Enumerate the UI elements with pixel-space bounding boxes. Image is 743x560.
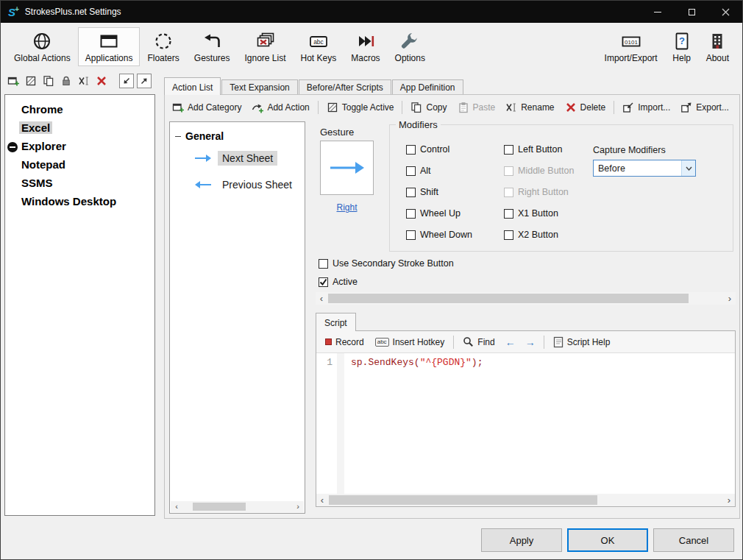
app-item-notepad[interactable]: Notepad <box>5 155 154 174</box>
checkbox-wheel-down[interactable]: Wheel Down <box>406 230 472 240</box>
checkbox-shift[interactable]: Shift <box>406 187 438 197</box>
apply-button[interactable]: Apply <box>481 528 562 552</box>
fold-margin <box>337 353 344 494</box>
toolbar-floaters[interactable]: Floaters <box>140 27 186 66</box>
toolbar-gestures[interactable]: Gestures <box>187 27 238 66</box>
tab-before-after-scripts[interactable]: Before/After Scripts <box>299 79 391 94</box>
toolbar-global-actions[interactable]: Global Actions <box>7 27 78 66</box>
export-apps-button[interactable] <box>137 74 152 88</box>
gesture-section-label: Gesture <box>320 127 354 138</box>
toggle-app-active-button[interactable] <box>24 74 38 88</box>
checkbox-alt[interactable]: Alt <box>406 166 431 176</box>
tree-item-previous-sheet[interactable]: Previous Sheet <box>170 171 305 198</box>
checkbox-box <box>504 145 513 155</box>
toggle-active-button[interactable]: Toggle Active <box>322 99 399 116</box>
cancel-button[interactable]: Cancel <box>653 528 734 552</box>
separator <box>402 101 402 114</box>
rename-app-button[interactable] <box>77 74 91 88</box>
app-item-chrome[interactable]: Chrome <box>5 100 154 118</box>
gesture-name-link[interactable]: Right <box>320 202 374 213</box>
toolbar-help[interactable]: ? Help <box>665 27 699 66</box>
abc-icon: abc <box>375 338 389 347</box>
minimize-button[interactable] <box>641 1 675 23</box>
tree-item-next-sheet[interactable]: Next Sheet <box>170 145 305 171</box>
app-item-ssms[interactable]: SSMS <box>5 174 154 192</box>
checkbox-left-button[interactable]: Left Button <box>504 144 562 155</box>
scrollbar-thumb[interactable] <box>193 503 246 511</box>
tab-script[interactable]: Script <box>316 313 356 331</box>
tab-action-list[interactable]: Action List <box>164 77 221 95</box>
titlebar[interactable]: S+ StrokesPlus.net Settings <box>1 1 742 23</box>
toolbar-ignore-list[interactable]: Ignore List <box>237 27 293 66</box>
toolbar-hot-keys[interactable]: abc Hot Keys <box>294 27 344 66</box>
delete-app-button[interactable] <box>94 74 109 88</box>
code-area[interactable]: sp.SendKeys("^{PGDN}"); <box>344 353 735 494</box>
chevron-down-icon[interactable] <box>681 160 695 176</box>
tab-app-definition[interactable]: App Definition <box>392 79 463 94</box>
app-list-toolbar <box>6 72 152 90</box>
scroll-right-button[interactable]: › <box>723 495 735 506</box>
checkbox-use-secondary-stroke-button[interactable]: Use Secondary Stroke Button <box>319 258 454 269</box>
app-icon[interactable]: S+ <box>8 6 19 18</box>
add-app-button[interactable] <box>6 74 21 88</box>
scrollbar-track[interactable] <box>328 494 723 506</box>
export-button[interactable]: Export... <box>676 99 733 116</box>
scroll-left-button[interactable]: ‹ <box>171 501 182 512</box>
scroll-left-button[interactable]: ‹ <box>316 495 328 506</box>
ok-button[interactable]: OK <box>567 528 648 552</box>
record-button[interactable]: Record <box>321 335 369 350</box>
copy-button[interactable]: Copy <box>406 99 451 116</box>
lock-app-button[interactable] <box>59 74 74 88</box>
find-button[interactable]: Find <box>458 334 499 350</box>
maximize-button[interactable] <box>675 1 708 23</box>
app-item-windows-desktop[interactable]: Windows Desktop <box>5 192 154 210</box>
tree-collapse-icon[interactable] <box>175 136 181 137</box>
options-scrollbar[interactable]: ‹ › <box>316 292 736 305</box>
checkbox-control[interactable]: Control <box>406 144 449 155</box>
copy-app-button[interactable] <box>41 74 56 88</box>
rename-button[interactable]: Rename <box>501 99 558 116</box>
find-next-button[interactable]: → <box>522 336 539 349</box>
gesture-preview[interactable] <box>320 141 374 195</box>
app-item-excel[interactable]: Excel <box>5 118 154 137</box>
delete-button[interactable]: Delete <box>561 99 611 116</box>
tree-category-row[interactable]: General <box>170 122 305 145</box>
scroll-left-button[interactable]: ‹ <box>316 293 327 304</box>
close-button[interactable] <box>708 1 742 23</box>
add-category-button[interactable]: Add Category <box>168 99 246 116</box>
insert-hotkey-button[interactable]: abcInsert Hotkey <box>371 335 449 350</box>
scrollbar-thumb[interactable] <box>328 294 689 303</box>
scrollbar-track[interactable] <box>327 292 724 305</box>
tab-text-expansion[interactable]: Text Expansion <box>221 79 297 94</box>
help-page-icon: ? <box>672 31 692 52</box>
script-editor[interactable]: 1 sp.SendKeys("^{PGDN}"); <box>316 353 735 494</box>
checkbox-box <box>406 230 416 240</box>
import-button[interactable]: Import... <box>618 99 675 116</box>
toolbar-applications[interactable]: Applications <box>78 27 141 66</box>
find-previous-button[interactable]: ← <box>502 336 519 349</box>
scroll-right-button[interactable]: › <box>292 501 304 512</box>
toolbar-options[interactable]: Options <box>388 27 433 66</box>
scroll-right-button[interactable]: › <box>724 293 736 304</box>
toolbar-import-export[interactable]: 0101 Import/Export <box>597 27 665 66</box>
script-help-button[interactable]: Script Help <box>549 334 615 350</box>
paste-button[interactable]: Paste <box>453 99 500 116</box>
editor-scrollbar[interactable]: ‹ › <box>316 494 735 506</box>
scrollbar-track[interactable] <box>182 501 292 512</box>
add-action-button[interactable]: Add Action <box>247 99 313 116</box>
curved-arrow-icon <box>202 31 221 52</box>
toolbar-macros[interactable]: Macros <box>344 27 387 66</box>
toolbar-about[interactable]: About <box>699 27 736 66</box>
scrollbar-thumb[interactable] <box>329 495 597 505</box>
checkbox-x2-button[interactable]: X2 Button <box>504 230 558 240</box>
checkbox-x1-button[interactable]: X1 Button <box>504 208 558 219</box>
checkbox-active[interactable]: Active <box>319 277 358 287</box>
checkbox-checked-box <box>319 277 328 287</box>
action-tree: General Next Sheet Previous Sheet ‹ › <box>169 121 305 514</box>
app-item-explorer[interactable]: Explorer <box>5 137 154 155</box>
tree-scrollbar[interactable]: ‹ › <box>171 501 304 512</box>
close-icon <box>722 8 730 16</box>
import-apps-button[interactable] <box>119 74 134 88</box>
capture-modifiers-select[interactable]: Before <box>593 160 696 177</box>
checkbox-wheel-up[interactable]: Wheel Up <box>406 208 461 219</box>
